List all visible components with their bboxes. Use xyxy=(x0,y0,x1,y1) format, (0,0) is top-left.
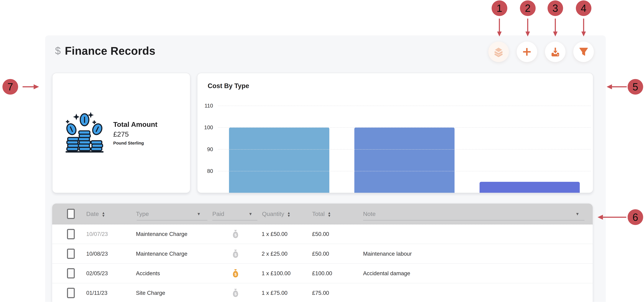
row-checkbox[interactable] xyxy=(67,288,75,298)
row-checkbox[interactable] xyxy=(67,268,75,278)
table-row[interactable]: 02/05/23 Accidents 1 x £100.00 £100.00 A… xyxy=(52,264,593,283)
layers-button[interactable] xyxy=(488,42,509,62)
cell-total: £50.00 xyxy=(312,251,329,257)
cell-quantity: 2 x £25.00 xyxy=(262,251,288,257)
paid-filter-caret-icon[interactable] xyxy=(248,211,252,216)
cost-by-type-chart-card: Cost By Type 1101009080 xyxy=(197,73,593,193)
chart-title: Cost By Type xyxy=(208,82,249,90)
callout-4: 4 xyxy=(576,1,592,16)
records-table-header: Date Type Paid Quantity Total Note xyxy=(52,204,593,224)
paid-filter-underline xyxy=(212,220,258,221)
y-axis-tick-label: 90 xyxy=(207,146,213,152)
row-checkbox[interactable] xyxy=(67,249,75,259)
page-header: $ Finance Records xyxy=(55,45,156,57)
bar-maintenance-charge[interactable] xyxy=(229,127,329,193)
paid-status-icon xyxy=(232,289,238,297)
cell-total: £50.00 xyxy=(312,231,329,237)
callout-arrow-down-icon xyxy=(581,19,586,37)
add-record-button[interactable] xyxy=(517,42,537,62)
sort-icon[interactable] xyxy=(328,211,331,217)
cell-date: 10/08/23 xyxy=(86,251,108,257)
gridline xyxy=(218,171,590,171)
cell-type: Maintenance Charge xyxy=(136,231,188,237)
cost-chart-plot xyxy=(218,97,590,193)
gridline xyxy=(218,149,590,149)
column-header-note[interactable]: Note xyxy=(363,210,376,217)
table-row[interactable]: 10/08/23 Maintenance Charge 2 x £25.00 £… xyxy=(52,244,593,264)
download-icon xyxy=(550,47,560,57)
note-filter-caret-icon[interactable] xyxy=(576,211,580,216)
callout-arrow-down-icon xyxy=(552,19,558,37)
filter-button[interactable] xyxy=(573,42,594,62)
bar-accidents[interactable] xyxy=(354,127,454,193)
plus-icon xyxy=(522,47,532,57)
note-filter-underline xyxy=(363,220,584,221)
cell-date: 02/05/23 xyxy=(86,270,108,276)
cell-total: £75.00 xyxy=(312,290,329,296)
total-amount-label: Total Amount xyxy=(113,120,158,128)
cell-quantity: 1 x £75.00 xyxy=(262,290,288,296)
paid-status-icon xyxy=(232,230,238,238)
callout-arrow-down-icon xyxy=(525,19,530,37)
y-axis-tick-label: 80 xyxy=(207,168,213,174)
cell-date: 10/07/23 xyxy=(86,231,108,237)
coin-stacks-icon xyxy=(65,111,104,155)
column-header-paid[interactable]: Paid xyxy=(212,210,224,217)
column-header-quantity[interactable]: Quantity xyxy=(262,210,290,217)
page-title: Finance Records xyxy=(65,45,156,57)
callout-arrow-down-icon xyxy=(496,19,502,37)
cell-type: Accidents xyxy=(136,270,160,276)
callout-3: 3 xyxy=(548,1,563,16)
type-filter-underline xyxy=(137,220,207,221)
cell-date: 01/11/23 xyxy=(86,290,108,296)
total-amount-value: £275 xyxy=(113,130,158,138)
cell-type: Site Charge xyxy=(136,290,165,296)
records-table: Date Type Paid Quantity Total Note xyxy=(52,204,593,302)
funnel-icon xyxy=(578,47,589,57)
type-filter-caret-icon[interactable] xyxy=(197,211,201,216)
cost-chart-bars xyxy=(218,97,590,193)
cell-note: Accidental damage xyxy=(363,270,410,276)
select-all-checkbox[interactable] xyxy=(67,209,75,219)
sort-icon[interactable] xyxy=(102,211,105,217)
cell-quantity: 1 x £100.00 xyxy=(262,270,291,276)
cell-quantity: 1 x £50.00 xyxy=(262,231,288,237)
dollar-icon: $ xyxy=(55,46,61,56)
callout-5: 5 xyxy=(628,79,643,95)
finance-records-panel: $ Finance Records xyxy=(45,35,606,302)
table-row[interactable]: 10/07/23 Maintenance Charge 1 x £50.00 £… xyxy=(52,224,593,244)
bar-site-charge[interactable] xyxy=(480,182,580,193)
layers-icon xyxy=(493,47,504,57)
total-amount-card: Total Amount £275 Pound Sterling xyxy=(52,73,190,193)
callout-1: 1 xyxy=(492,1,507,16)
paid-status-icon xyxy=(232,269,238,278)
cell-type: Maintenance Charge xyxy=(136,251,188,257)
paid-status-icon xyxy=(232,249,238,258)
callout-arrow-left-icon xyxy=(598,214,626,220)
screenshot-canvas: $ Finance Records xyxy=(0,0,644,302)
sort-icon[interactable] xyxy=(287,211,290,217)
y-axis-tick-label: 110 xyxy=(204,102,213,109)
callout-7: 7 xyxy=(2,79,18,95)
table-row[interactable]: 01/11/23 Site Charge 1 x £75.00 £75.00 xyxy=(52,283,593,302)
column-header-date[interactable]: Date xyxy=(86,210,105,217)
column-header-type[interactable]: Type xyxy=(136,210,149,217)
cell-total: £100.00 xyxy=(312,270,332,276)
cost-chart-yaxis: 1101009080 xyxy=(197,97,216,193)
download-button[interactable] xyxy=(545,42,566,62)
callout-arrow-left-icon xyxy=(606,84,627,90)
column-header-total[interactable]: Total xyxy=(312,210,331,217)
gridline xyxy=(218,106,590,106)
callout-arrow-right-icon xyxy=(22,84,39,90)
row-checkbox[interactable] xyxy=(67,229,75,239)
y-axis-tick-label: 100 xyxy=(204,124,213,130)
gridline xyxy=(218,127,590,128)
callout-6: 6 xyxy=(628,209,643,225)
gridline xyxy=(218,193,590,193)
callout-2: 2 xyxy=(520,1,536,16)
currency-name-label: Pound Sterling xyxy=(113,141,158,145)
cell-note: Maintenance labour xyxy=(363,251,412,257)
